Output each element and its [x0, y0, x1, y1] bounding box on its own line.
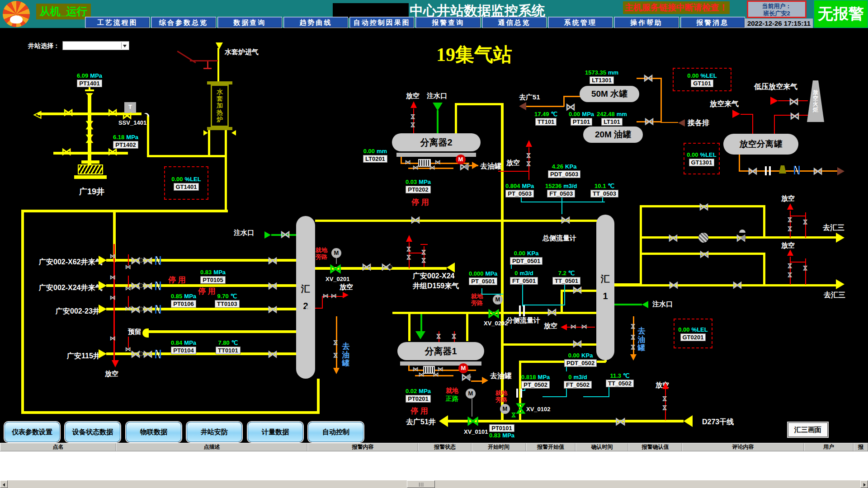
- chevron-down-icon[interactable]: [121, 42, 128, 49]
- btn-auto-control[interactable]: 自动控制: [308, 422, 363, 442]
- menu-alarm-query[interactable]: 报警查询: [415, 17, 480, 28]
- element: PT_0502: [521, 381, 550, 389]
- col-user[interactable]: 用户: [804, 443, 854, 451]
- vent-arrow-icon: [662, 382, 669, 389]
- element: 0.00: [678, 326, 689, 333]
- current-user-box: 当前用户： 班长广安2: [747, 0, 807, 18]
- menu-comm-overview[interactable]: 通信总览: [482, 17, 547, 28]
- pipe-segment: [665, 389, 666, 420]
- col-partial[interactable]: 报: [854, 443, 868, 451]
- scroll-tick: [423, 483, 423, 487]
- menu-system-mgmt[interactable]: 系统管理: [548, 17, 613, 28]
- hui3-screen-button[interactable]: 汇三画面: [788, 422, 828, 437]
- motor-icon[interactable]: M: [456, 155, 466, 164]
- btn-device-status[interactable]: 设备状态数据: [65, 422, 120, 442]
- col-alarm-start-value[interactable]: 报警开始值: [526, 443, 576, 451]
- total-meter-label: 总侧流量计: [542, 234, 576, 243]
- menu-auto-control-map[interactable]: 自动控制因果图: [349, 17, 414, 28]
- water-inject-arrow-icon: [642, 301, 648, 308]
- valve-ball-icon: [741, 235, 746, 240]
- water-jacket-furnace: 水套加热炉: [211, 84, 229, 127]
- col-start-time[interactable]: 开始时间: [472, 443, 526, 451]
- element: 0.85MPa: [171, 293, 196, 300]
- menu-process-flow[interactable]: 工艺流程图: [85, 17, 150, 28]
- valve-icon: ⋈: [789, 97, 799, 107]
- pipe-segment: [21, 210, 24, 414]
- element: 0.00KPa: [564, 352, 597, 359]
- element: [863, 483, 866, 487]
- element: MPa: [582, 111, 594, 117]
- scrollbar-thumb[interactable]: [407, 480, 435, 488]
- element: 0.03: [406, 178, 417, 185]
- menu-parameter-overview[interactable]: 综合参数总览: [151, 17, 216, 28]
- vent-arrow-icon: [112, 360, 119, 367]
- d159-source-label: 广安002-X24 井组D159来气: [413, 271, 459, 291]
- element: 7.2: [558, 270, 566, 277]
- menu-data-query[interactable]: 数据查询: [217, 17, 282, 28]
- motor-icon[interactable]: M: [500, 404, 510, 414]
- injection-funnel-icon: [433, 103, 443, 111]
- check-valve-icon: [155, 256, 161, 265]
- element: 0: [514, 270, 518, 277]
- element: 0.00KPa: [510, 250, 542, 257]
- to-oil-tank-vertical-label: 去油罐: [342, 343, 350, 368]
- element: ℃: [231, 339, 238, 346]
- flow-arrow-icon: [99, 256, 107, 265]
- element: 0.02: [406, 388, 417, 394]
- valve-icon: ⋈: [571, 324, 576, 329]
- col-alarm-confirm-value[interactable]: 报警确认值: [628, 443, 682, 451]
- pipe-segment: [207, 127, 232, 130]
- menu-trend-curve[interactable]: 趋势曲线: [283, 17, 348, 28]
- col-point-desc[interactable]: 点描述: [116, 443, 307, 451]
- menu-alarm-message[interactable]: 报警消息: [680, 17, 745, 28]
- valve-icon: ⋈: [748, 166, 758, 176]
- motor-icon[interactable]: M: [493, 295, 503, 305]
- station-selector-dropdown[interactable]: [62, 41, 129, 50]
- valve-icon: ⋈: [413, 164, 419, 170]
- pipe-segment: [317, 379, 320, 414]
- pipe-segment: [21, 210, 228, 212]
- no-alarm-button[interactable]: 无报警: [814, 0, 868, 28]
- well-line-label: 广安002-X62井来气: [39, 258, 103, 267]
- element: PT0106: [171, 300, 196, 308]
- menu-help[interactable]: 操作帮助: [614, 17, 679, 28]
- btn-station-security[interactable]: 井站安防: [187, 422, 242, 442]
- btn-instrument-params[interactable]: 仪表参数设置: [5, 422, 60, 442]
- element: KPa: [527, 250, 538, 257]
- col-point-name[interactable]: 点名: [0, 443, 116, 451]
- xv0202-valve-icon[interactable]: ⋈: [487, 307, 500, 320]
- vent-arrow-icon: [787, 203, 793, 210]
- scroll-left-icon[interactable]: [0, 480, 8, 488]
- motor-icon[interactable]: M: [458, 363, 468, 373]
- element: 0.83MPa: [489, 432, 514, 439]
- alarm-table-header: 点名 点描述 报警内容 报警状态 开始时间 报警开始值 确认时间 报警确认值 评…: [0, 443, 868, 451]
- tree-top-valve-icon: [86, 93, 93, 98]
- instrument-FT_0501: 0m3/dFT_0501: [510, 270, 538, 285]
- btn-iot-data[interactable]: 物联数据: [126, 422, 181, 442]
- valve-icon: ⋈: [406, 254, 412, 260]
- manifold-2-vessel: 汇2: [296, 216, 315, 379]
- col-alarm-state[interactable]: 报警状态: [418, 443, 472, 451]
- element: 0.84MPa: [171, 339, 196, 346]
- element: 20M 油罐: [595, 129, 631, 141]
- flow-arrow-icon: [99, 281, 107, 290]
- pipe-segment: [420, 244, 428, 245]
- scroll-right-icon[interactable]: [860, 480, 868, 488]
- pipe-segment: [640, 253, 642, 285]
- element: 0.83MPa: [200, 269, 226, 276]
- scroll-tick: [419, 483, 420, 487]
- xv0201-valve-icon[interactable]: ⋈: [329, 263, 342, 275]
- pipe-segment: [525, 106, 564, 107]
- horizontal-scrollbar[interactable]: [0, 480, 868, 488]
- motor-icon[interactable]: M: [466, 389, 476, 399]
- col-confirm-time[interactable]: 确认时间: [576, 443, 628, 451]
- col-alarm-content[interactable]: 报警内容: [307, 443, 418, 451]
- xv0102-valve-icon[interactable]: ⋈: [514, 402, 527, 415]
- btn-metering-data[interactable]: 计量数据: [248, 422, 303, 442]
- xv0101-valve-icon[interactable]: ⋈: [467, 415, 479, 427]
- motor-icon[interactable]: M: [331, 248, 341, 258]
- element: [123, 45, 127, 47]
- element: 1573.35: [585, 69, 606, 76]
- element: 11.3: [610, 372, 621, 379]
- col-comment[interactable]: 评论内容: [682, 443, 804, 451]
